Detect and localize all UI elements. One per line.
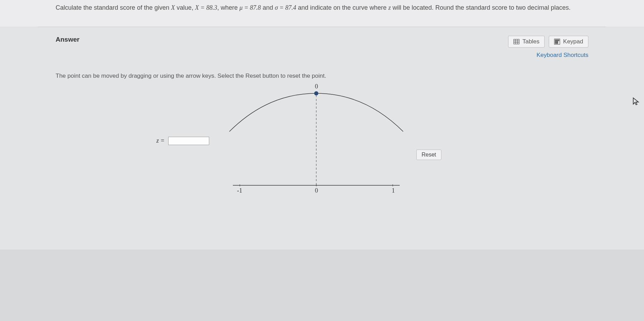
reset-button[interactable]: Reset xyxy=(416,150,441,160)
answer-section: Answer Tables xyxy=(0,27,644,250)
z-label: z = xyxy=(156,137,165,144)
question-text: Calculate the standard score of the give… xyxy=(0,0,644,27)
svg-rect-0 xyxy=(514,39,519,44)
tick-zero: 0 xyxy=(315,187,318,194)
keypad-icon xyxy=(554,39,560,45)
svg-rect-6 xyxy=(555,40,556,41)
curve-workspace: 0 -1 0 1 z = Reset xyxy=(56,83,588,250)
tables-button[interactable]: Tables xyxy=(508,36,545,48)
svg-rect-10 xyxy=(557,41,558,42)
svg-rect-9 xyxy=(555,41,556,42)
cursor-icon xyxy=(632,97,640,106)
svg-rect-7 xyxy=(557,40,558,41)
keypad-button[interactable]: Keypad xyxy=(549,36,588,48)
svg-rect-11 xyxy=(555,43,558,43)
keyboard-shortcuts-link[interactable]: Keyboard Shortcuts xyxy=(537,52,588,59)
answer-title: Answer xyxy=(56,36,80,43)
table-icon xyxy=(513,39,520,45)
svg-rect-8 xyxy=(559,40,559,41)
tick-minus1: -1 xyxy=(237,187,242,194)
tick-plus1: 1 xyxy=(392,187,395,194)
draggable-point[interactable] xyxy=(314,91,318,95)
normal-curve[interactable]: -1 0 1 xyxy=(219,83,414,204)
z-input[interactable] xyxy=(168,137,209,145)
instruction-text: The point can be moved by dragging or us… xyxy=(56,73,588,79)
